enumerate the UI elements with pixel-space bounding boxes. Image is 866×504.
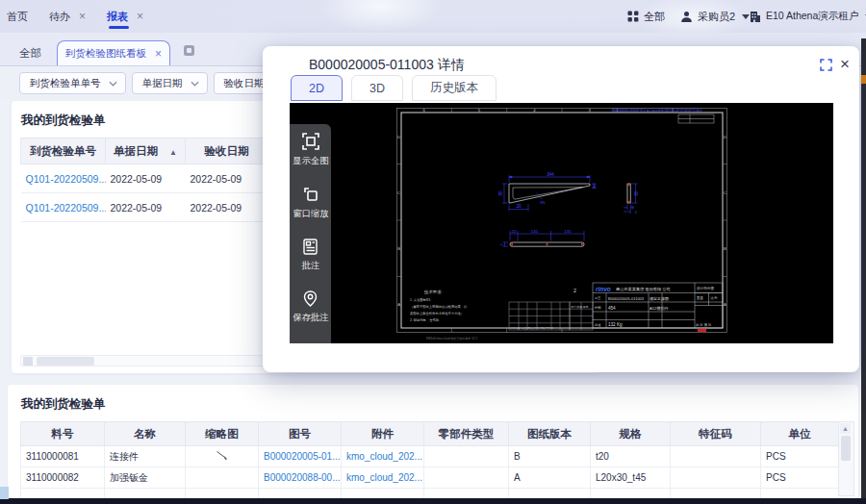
proc-label: 工艺	[595, 296, 600, 300]
sign-labels: 设计 校核 审定	[571, 305, 589, 309]
cell-drawing-no: B000020088-00...	[259, 467, 342, 489]
svg-text:5: 5	[478, 108, 481, 113]
drawing-no: B000020005-011003	[608, 296, 645, 301]
cell-order-no: Q101-20220509...	[21, 164, 106, 193]
tech-notes: 技术要求: 1. 未注圆角R3， （遵照于图纸上周期由自动检测结果，以 及图纸上…	[410, 290, 468, 322]
table-row: 3110000082 加强钣金 B000020088-00... kmo_clo…	[21, 467, 839, 489]
order-link[interactable]: Q101-20220509...	[26, 173, 106, 185]
thumbnail-sketch[interactable]	[215, 450, 230, 461]
tool-annotate[interactable]: 批注	[301, 238, 320, 270]
inspection-detail-panel: 我的到货检验单 料号 名称 缩略图 图号 附件 零部件类型 图纸版本	[8, 385, 858, 498]
drawing-link[interactable]: B000020088-00...	[264, 472, 341, 483]
filter-doc-date[interactable]: 单据日期	[132, 72, 208, 94]
svg-text:技术要求:: 技术要求:	[423, 290, 443, 294]
filter-order-no[interactable]: 到货检验单单号	[19, 72, 126, 94]
company-logo: rinvo	[596, 286, 611, 292]
col-thumbnail[interactable]: 缩略图	[186, 422, 259, 446]
approve-label: 批准	[595, 323, 601, 327]
expand-icon[interactable]	[820, 59, 832, 74]
all-apps-label: 全部	[644, 10, 665, 24]
cell-spec: t20	[591, 446, 671, 467]
cell-unit: PCS	[761, 467, 839, 489]
col-header-order-no[interactable]: 到货检验单号	[21, 139, 106, 164]
sheet-frame: 6 5 4 3 D C B A D C B A B000020005-01100…	[397, 108, 727, 332]
col-header-doc-date[interactable]: 单据日期▲	[106, 139, 186, 164]
zone-labels: 6 5 4 3 D C B A D C B A	[397, 108, 726, 307]
close-icon[interactable]: ×	[155, 47, 162, 61]
svg-text:3: 3	[500, 243, 504, 245]
col-header-accept-date[interactable]: 验收日期	[186, 139, 268, 164]
col-name[interactable]: 名称	[105, 422, 186, 446]
attachment-link[interactable]: kmo_cloud_202...	[346, 472, 422, 483]
stage-label: 设计指示图	[697, 286, 714, 290]
col-item-no[interactable]: 料号	[21, 422, 105, 446]
panel-title: 我的到货检验单	[21, 113, 106, 129]
tab-list-icon[interactable]	[183, 44, 195, 60]
tab-3d[interactable]: 3D	[351, 75, 403, 101]
svg-text:A: A	[724, 302, 726, 307]
drawing-link[interactable]: B000020005-01...	[264, 451, 341, 462]
title-block: rinvo 昆山市某某集团 股份有限 公司 设计指示图 工艺 B00002000…	[593, 283, 723, 332]
cell-order-no: Q101-20220509...	[21, 193, 106, 222]
scroll-left-button[interactable]	[23, 357, 33, 365]
cell-name: 连接件	[105, 446, 186, 467]
col-version[interactable]: 图纸版本	[509, 422, 591, 446]
svg-text:20: 20	[516, 204, 522, 209]
zone-ticks	[397, 109, 727, 333]
attachment-link[interactable]: kmo_cloud_202...	[346, 451, 422, 462]
col-spec[interactable]: 规格	[591, 422, 671, 446]
svg-text:4: 4	[533, 108, 536, 113]
col-drawing-no[interactable]: 图号	[259, 422, 342, 446]
user-label: 采购员2	[698, 10, 735, 24]
cell-part-type	[424, 467, 509, 489]
tool-save-annotation[interactable]: 保存批注	[292, 290, 330, 322]
col-part-type[interactable]: 零部件类型	[424, 422, 509, 446]
close-icon[interactable]: ×	[840, 55, 850, 74]
cell-feature	[671, 446, 761, 467]
chevron-down-icon	[109, 81, 117, 87]
table-row-empty	[21, 489, 839, 499]
sort-asc-icon[interactable]: ▲	[169, 148, 177, 157]
user-menu[interactable]: 采购员2	[680, 0, 750, 33]
panel-title: 我的到货检验单	[21, 396, 106, 413]
tab-all[interactable]: 全部	[19, 46, 41, 61]
filter-doc-date-label: 单据日期	[142, 77, 183, 90]
svg-text:60: 60	[634, 190, 639, 196]
order-link[interactable]: Q101-20220509...	[26, 202, 106, 214]
col-feature[interactable]: 特征码	[671, 422, 761, 446]
tab-history[interactable]: 历史版本	[412, 75, 497, 101]
cell-version: A	[509, 467, 591, 489]
cad-viewer[interactable]: 显示全图 窗口缩放 批注	[290, 103, 833, 343]
weight-label: 重量	[697, 295, 703, 300]
watermark: KMSoft kmo-cloud 数控云图纸服务 V2.1	[426, 337, 478, 340]
vertical-scrollbar[interactable]: ▲	[838, 421, 854, 496]
svg-text:R5: R5	[540, 200, 546, 205]
scrollbar-thumb[interactable]	[37, 357, 94, 365]
tenant-label: E10 Athena演示租户	[766, 10, 858, 23]
svg-text:B: B	[724, 246, 726, 251]
cell-doc-date: 2022-05-09	[106, 193, 186, 222]
orange-indicator	[861, 75, 866, 84]
scrollbar-thumb[interactable]	[841, 436, 851, 461]
col-attachment[interactable]: 附件	[342, 422, 424, 446]
tab-inspection-board-label: 到货检验图纸看板	[65, 47, 146, 61]
part-front-view	[509, 184, 590, 203]
svg-text:C: C	[724, 190, 726, 195]
tab-2d[interactable]: 2D	[291, 75, 343, 101]
all-apps-button[interactable]: 全部	[627, 0, 665, 33]
tenant-menu[interactable]: E10 Athena演示租户	[749, 0, 866, 33]
user-icon	[680, 11, 693, 23]
col-unit[interactable]: 单位	[761, 422, 839, 446]
cell-thumbnail	[186, 446, 259, 467]
save-annotation-icon	[301, 290, 319, 308]
tool-fit-view[interactable]: 显示全图	[292, 132, 330, 165]
svg-text:344: 344	[547, 172, 554, 177]
tool-label: 显示全图	[293, 156, 328, 164]
cad-drawing[interactable]: 6 5 4 3 D C B A D C B A B000020005-01100…	[396, 108, 727, 343]
scroll-up-button[interactable]: ▲	[840, 423, 851, 434]
right-edge-panel	[861, 38, 866, 504]
scrollbar-corner	[0, 487, 9, 499]
tab-inspection-board[interactable]: 到货检验图纸看板 ×	[57, 40, 170, 65]
grid-icon	[627, 11, 639, 22]
tool-window-zoom[interactable]: 窗口缩放	[292, 185, 330, 218]
